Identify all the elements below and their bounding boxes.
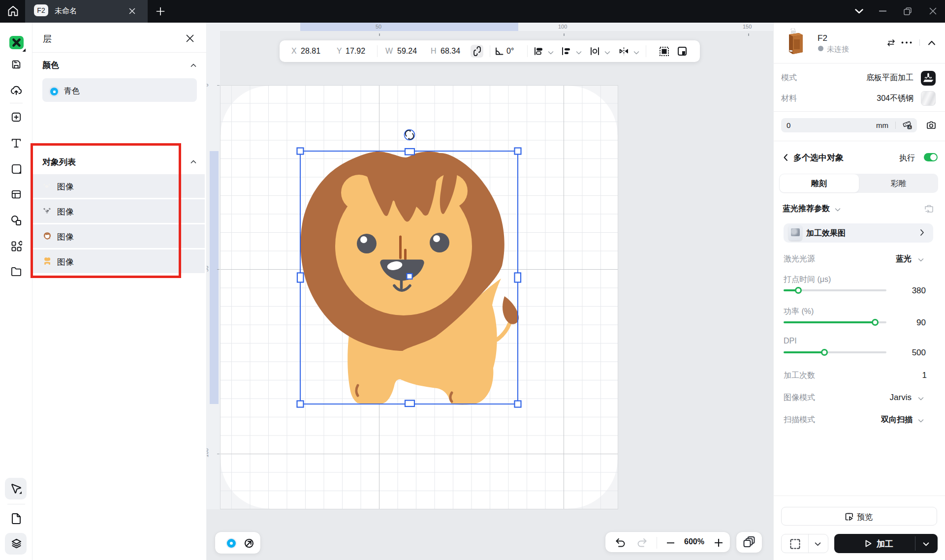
svg-text:A: A bbox=[909, 125, 911, 129]
